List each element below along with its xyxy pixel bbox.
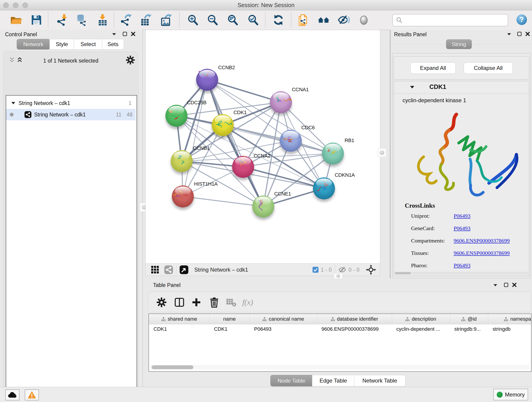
tab-network-table[interactable]: Network Table xyxy=(354,375,405,386)
table-panel-close-icon[interactable] xyxy=(512,282,517,287)
tab-edge-table[interactable]: Edge Table xyxy=(312,375,355,386)
tab-string[interactable]: String xyxy=(446,39,472,49)
search-input[interactable] xyxy=(405,17,508,24)
node-CDC25B[interactable] xyxy=(165,105,187,127)
cell-description[interactable]: cyclin-dependent ... xyxy=(392,324,450,334)
zoom-fit-button[interactable] xyxy=(226,13,239,26)
show-column-icon[interactable] xyxy=(173,296,186,309)
control-panel-close-icon[interactable] xyxy=(131,32,136,36)
column-header-namespace[interactable]: namespace xyxy=(488,314,532,324)
node-CCNB2[interactable] xyxy=(196,69,218,91)
import-table-button[interactable] xyxy=(96,13,109,26)
save-session-button[interactable] xyxy=(30,13,43,26)
column-header-canonical-name[interactable]: canonical name xyxy=(249,314,317,324)
node-CDKN1A[interactable] xyxy=(313,177,335,199)
bottom-splitter-handle[interactable] xyxy=(334,273,342,279)
results-hscrollbar[interactable] xyxy=(395,272,528,274)
collapse-all-button[interactable]: Collapse All xyxy=(464,62,513,74)
control-panel-undock-icon[interactable] xyxy=(122,32,127,36)
zoom-in-button[interactable] xyxy=(186,13,199,26)
search-box[interactable] xyxy=(392,14,508,26)
first-neighbors-button[interactable] xyxy=(317,13,330,26)
edge-CCNB2-CCNE1[interactable] xyxy=(207,80,263,206)
grid-view-icon[interactable] xyxy=(151,266,159,274)
cell-canonical-name[interactable]: P06493 xyxy=(249,324,317,334)
open-session-button[interactable] xyxy=(10,13,22,26)
clone-network-button[interactable] xyxy=(297,13,310,26)
cell-shared-name[interactable]: CDK1 xyxy=(149,324,209,334)
network-collection-row[interactable]: String Network – cdk1 1 xyxy=(6,97,136,109)
warning-button[interactable] xyxy=(25,389,39,400)
crosslink-row: Tissues:9606.ENSP00000378699 xyxy=(411,250,526,256)
right-splitter-handle[interactable] xyxy=(378,148,386,157)
crosslink-link[interactable]: 9606.ENSP00000378699 xyxy=(454,238,510,244)
selected-checkbox-icon[interactable] xyxy=(312,267,318,273)
crosslink-link[interactable]: 9606.ENSP00000378699 xyxy=(454,250,510,256)
edge-CDK1-RB1[interactable] xyxy=(223,125,333,153)
results-panel-close-icon[interactable] xyxy=(525,32,530,36)
gene-entry-header[interactable]: CDK1 xyxy=(394,81,529,94)
cell-@id[interactable]: stringdb:9... xyxy=(450,324,488,334)
column-header-database-identifier[interactable]: database identifier xyxy=(317,314,392,324)
node-CCNE1[interactable] xyxy=(252,196,274,217)
node-RB1[interactable] xyxy=(322,143,344,165)
add-column-icon[interactable] xyxy=(190,296,203,309)
delete-column-icon[interactable] xyxy=(208,296,221,309)
crosslink-link[interactable]: P06493 xyxy=(454,225,470,231)
node-CDC6[interactable] xyxy=(280,130,302,152)
import-network-database-button[interactable] xyxy=(75,13,88,26)
node-CCNB1[interactable] xyxy=(171,150,193,172)
node-CDK1[interactable] xyxy=(212,114,234,136)
cell-name[interactable]: CDK1 xyxy=(209,324,249,334)
column-header-@id[interactable]: @id xyxy=(450,314,488,324)
column-header-name[interactable]: name xyxy=(209,314,250,324)
hide-graphics-details-button[interactable] xyxy=(337,13,350,26)
level-of-detail-button[interactable] xyxy=(357,13,370,26)
edge-HIST1H1A-CCNE1[interactable] xyxy=(183,196,263,206)
tab-network[interactable]: Network xyxy=(17,39,50,50)
node-CCNA2[interactable] xyxy=(232,156,254,178)
results-panel-float-icon[interactable] xyxy=(507,32,511,36)
table-gear-icon[interactable] xyxy=(155,296,168,309)
crosslink-link[interactable]: P06493 xyxy=(454,262,470,268)
gene-collapse-icon[interactable] xyxy=(410,86,414,89)
birds-eye-view-icon[interactable] xyxy=(180,265,188,274)
column-header-shared-name[interactable]: shared name xyxy=(149,314,210,324)
zoom-selected-button[interactable] xyxy=(247,13,260,26)
table-panel-float-icon[interactable] xyxy=(493,283,498,287)
refresh-view-button[interactable] xyxy=(272,13,285,26)
cloud-button[interactable] xyxy=(5,389,19,400)
network-canvas[interactable]: CCNB2CCNA1CDC25BCDK1CDC6RB1CCNB1CCNA2CDK… xyxy=(145,30,380,264)
column-header-description[interactable]: description xyxy=(392,314,450,324)
table-panel-undock-icon[interactable] xyxy=(504,282,509,287)
tab-style[interactable]: Style xyxy=(50,39,74,50)
node-HIST1H1A[interactable] xyxy=(172,185,194,207)
results-panel-undock-icon[interactable] xyxy=(517,32,522,36)
export-image-button[interactable] xyxy=(160,13,173,26)
fit-selected-crosshair-icon[interactable] xyxy=(366,265,376,275)
control-panel-float-icon[interactable] xyxy=(112,32,116,36)
table-hscroll-thumb[interactable] xyxy=(152,365,193,369)
crosslink-link[interactable]: P06493 xyxy=(454,213,470,219)
tab-node-table[interactable]: Node Table xyxy=(270,375,312,386)
cell-database-identifier[interactable]: 9606.ENSP00000378699 xyxy=(317,324,392,334)
import-network-button[interactable] xyxy=(56,13,69,26)
node-structure-thumbnail xyxy=(212,114,234,136)
edge-CCNB2-HIST1H1A[interactable] xyxy=(183,80,207,196)
export-table-button[interactable] xyxy=(139,13,152,26)
help-button[interactable]: ? xyxy=(516,14,527,26)
network-row[interactable]: String Network – cdk1 11 48 xyxy=(6,109,136,120)
cell-namespace[interactable]: stringdb xyxy=(488,324,532,334)
export-network-button[interactable] xyxy=(120,13,133,26)
tab-sets[interactable]: Sets xyxy=(102,39,124,50)
table-hscrollbar[interactable] xyxy=(150,365,530,370)
tab-select[interactable]: Select xyxy=(74,39,102,50)
collection-collapse-icon[interactable] xyxy=(11,102,15,104)
node-count: 11 xyxy=(116,112,121,118)
memory-button[interactable]: Memory xyxy=(493,389,528,400)
zoom-out-button[interactable] xyxy=(206,13,219,26)
network-options-gear-icon[interactable] xyxy=(126,56,135,65)
network-overview-icon[interactable] xyxy=(164,265,173,274)
expand-all-button[interactable]: Expand All xyxy=(410,62,456,74)
node-CCNA1[interactable] xyxy=(270,91,292,113)
